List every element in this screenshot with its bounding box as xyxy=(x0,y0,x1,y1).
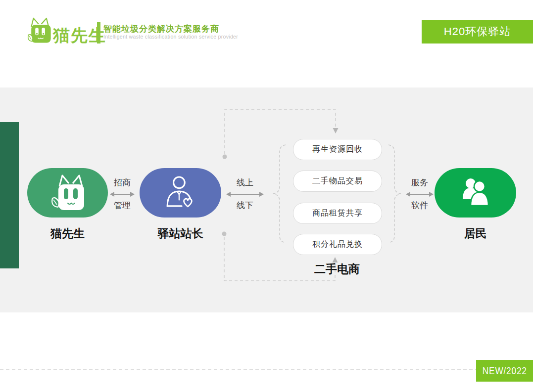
node-residents xyxy=(435,168,516,218)
node-label-maoxiansheng: 猫先生 xyxy=(27,226,108,241)
cat-logo-icon xyxy=(27,17,52,45)
double-arrow-icon xyxy=(111,194,133,195)
new-year-badge: NEW/2022 xyxy=(476,360,533,382)
tagline-english: Intelligent waste classification solutio… xyxy=(103,34,238,40)
connector-bottom-label: 软件 xyxy=(405,200,434,211)
service-pill-points-redemption: 积分礼品兑换 xyxy=(293,234,382,255)
residents-icon xyxy=(460,176,491,209)
tagline-chinese: 智能垃圾分类解决方案服务商 xyxy=(103,23,219,35)
connector-top-label: 线上 xyxy=(226,177,264,188)
services-group-label: 二手电商 xyxy=(293,261,381,277)
cat-face-icon xyxy=(50,173,85,213)
connector-bottom-label: 线下 xyxy=(226,200,264,211)
connector-top-label: 服务 xyxy=(405,177,434,188)
logo-divider xyxy=(97,22,100,44)
left-accent-bar xyxy=(0,122,19,268)
station-title-banner: H20环保驿站 xyxy=(422,20,533,44)
service-pill-recycling: 再生资源回收 xyxy=(293,139,382,160)
service-pill-secondhand-trade: 二手物品交易 xyxy=(293,171,382,192)
connector-recruit-manage: 招商 管理 xyxy=(109,177,135,211)
station-master-icon xyxy=(165,176,196,210)
connector-online-offline: 线上 线下 xyxy=(226,177,264,211)
double-arrow-icon xyxy=(228,194,262,195)
new-year-badge-text: NEW/2022 xyxy=(483,365,527,377)
node-label-residents: 居民 xyxy=(435,226,516,241)
slide: 猫先生 智能垃圾分类解决方案服务商 Intelligent waste clas… xyxy=(0,0,533,392)
node-station-master xyxy=(140,168,221,218)
service-pill-rental-sharing: 商品租赁共享 xyxy=(293,203,382,224)
connector-service-software: 服务 软件 xyxy=(405,177,434,211)
connector-top-label: 招商 xyxy=(109,177,135,188)
connector-bottom-label: 管理 xyxy=(109,200,135,211)
node-maoxiansheng xyxy=(27,168,108,218)
node-label-station-master: 驿站站长 xyxy=(140,226,221,241)
double-arrow-icon xyxy=(407,194,432,195)
